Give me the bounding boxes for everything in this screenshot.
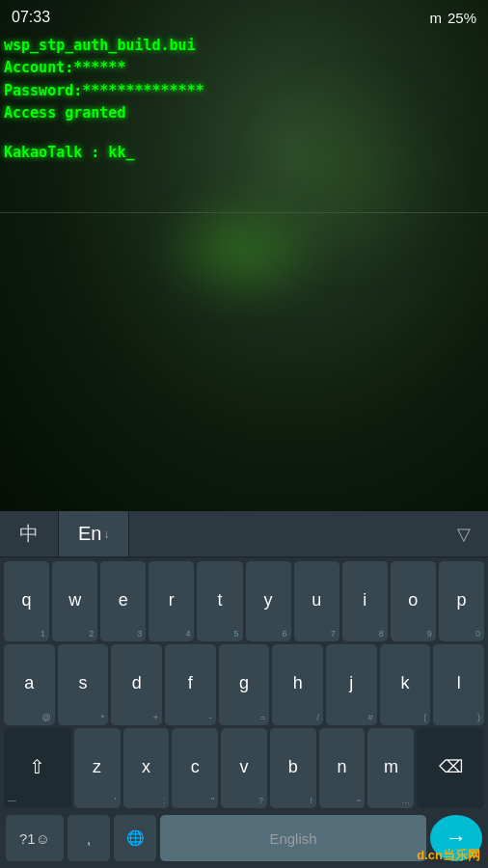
key-t[interactable]: t5: [197, 561, 242, 641]
lang-spacer: [129, 511, 440, 556]
key-v[interactable]: v?: [221, 728, 267, 808]
key-backspace[interactable]: ⌫: [417, 728, 484, 808]
terminal-line-4: Access granted: [4, 102, 204, 124]
screen-area: wsp_stp_auth_build.bui Account:****** Pa…: [0, 0, 488, 511]
key-o[interactable]: o9: [391, 561, 436, 641]
globe-icon: 🌐: [126, 829, 145, 847]
battery-indicator: 25%: [447, 10, 476, 26]
key-a[interactable]: a@: [4, 644, 55, 724]
key-row-1: q1 w2 e3 r4 t5 y6 u7 i8 o9 p0: [4, 561, 484, 641]
key-row-2: a@ s* d+ f- g= h/ j# k( l): [4, 644, 484, 724]
bottom-bar: ?1☺ , 🌐 English →: [0, 808, 488, 868]
key-s[interactable]: s*: [58, 644, 109, 724]
key-n[interactable]: n~: [319, 728, 366, 808]
key-b[interactable]: b!: [270, 728, 316, 808]
key-z[interactable]: z': [74, 728, 121, 808]
key-h[interactable]: h/: [272, 644, 323, 724]
key-l[interactable]: l): [433, 644, 484, 724]
lang-zh-button[interactable]: 中: [0, 511, 59, 556]
key-p[interactable]: p0: [439, 561, 484, 641]
key-x[interactable]: x:: [123, 728, 170, 808]
lang-en-sub: ↓: [103, 528, 109, 541]
key-j[interactable]: j#: [326, 644, 377, 724]
key-w[interactable]: w2: [52, 561, 97, 641]
key-f[interactable]: f-: [165, 644, 216, 724]
key-rows: q1 w2 e3 r4 t5 y6 u7 i8 o9 p0 a@ s* d+ f…: [0, 557, 488, 808]
terminal-line-6: KakaoTalk : kk_: [4, 142, 204, 164]
key-k[interactable]: k(: [380, 644, 431, 724]
globe-key[interactable]: 🌐: [114, 815, 156, 861]
terminal-output: wsp_stp_auth_build.bui Account:****** Pa…: [4, 35, 204, 164]
key-q[interactable]: q1: [4, 561, 49, 641]
terminal-line-2: Account:******: [4, 57, 204, 79]
space-bar[interactable]: English: [160, 815, 426, 861]
screen-divider: [0, 212, 488, 213]
key-i[interactable]: i8: [342, 561, 388, 641]
sym-key[interactable]: ?1☺: [6, 815, 64, 861]
terminal-blank: [4, 124, 204, 142]
language-bar: 中 En↓ ▽: [0, 511, 488, 557]
key-r[interactable]: r4: [149, 561, 194, 641]
signal-indicator: m: [429, 10, 442, 26]
keyboard: 中 En↓ ▽ q1 w2 e3 r4 t5 y6 u7 i8 o9 p0 a@: [0, 511, 488, 868]
terminal-line-1: wsp_stp_auth_build.bui: [4, 35, 204, 57]
comma-key[interactable]: ,: [68, 815, 110, 861]
key-g[interactable]: g=: [219, 644, 270, 724]
watermark: d.cn当乐网: [417, 847, 480, 864]
key-y[interactable]: y6: [246, 561, 291, 641]
terminal-line-3: Password:**************: [4, 80, 204, 102]
key-e[interactable]: e3: [100, 561, 146, 641]
status-bar: 07:33 m 25%: [0, 0, 488, 35]
key-d[interactable]: d+: [111, 644, 162, 724]
key-c[interactable]: c": [172, 728, 218, 808]
status-right: m 25%: [429, 10, 476, 26]
key-row-3: ⇧ — z' x: c" v? b! n~ m… ⌫: [4, 728, 484, 808]
status-time: 07:33: [12, 9, 50, 26]
key-m[interactable]: m…: [367, 728, 414, 808]
lang-en-button[interactable]: En↓: [59, 511, 129, 556]
key-shift[interactable]: ⇧ —: [4, 728, 71, 808]
keyboard-hide-button[interactable]: ▽: [440, 511, 488, 556]
key-u[interactable]: u7: [294, 561, 339, 641]
